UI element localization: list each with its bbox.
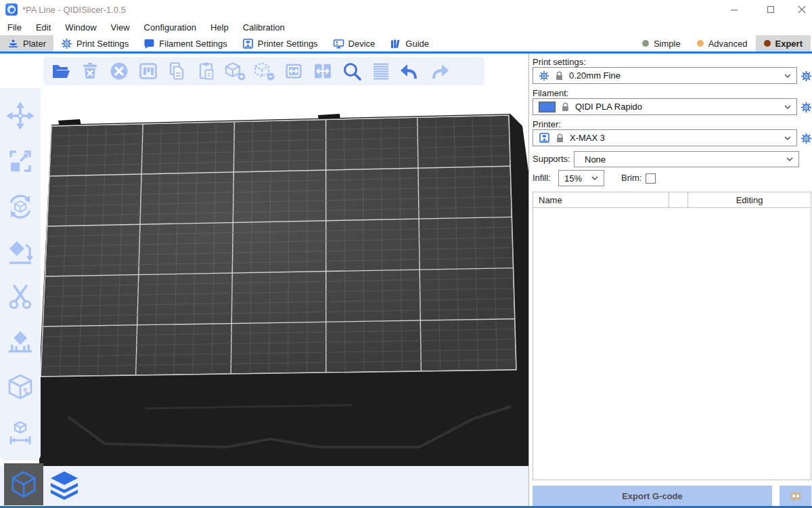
variable-layer-height-icon[interactable]	[370, 60, 392, 82]
simple-dot-icon	[642, 40, 649, 47]
cut-icon[interactable]	[5, 281, 36, 312]
tab-plater[interactable]: Plater	[0, 35, 53, 51]
paste-icon[interactable]	[196, 60, 217, 82]
lock-icon	[556, 133, 564, 143]
split-to-objects-icon[interactable]	[283, 60, 304, 82]
redo-icon[interactable]	[428, 60, 450, 82]
3d-editor-view-icon[interactable]	[4, 463, 43, 505]
mode-label: Simple	[654, 39, 681, 49]
menu-help[interactable]: Help	[208, 21, 231, 34]
settings-panel: Print settings: 0.20mm Fine	[529, 54, 812, 506]
printer-gear-button[interactable]	[800, 132, 812, 144]
window-title: *PA Line - QIDISlicer-1.0.5	[22, 5, 126, 15]
main-toolbar	[43, 57, 484, 85]
menu-window[interactable]: Window	[63, 21, 98, 34]
infill-value: 15%	[564, 173, 586, 184]
search-icon[interactable]	[341, 60, 363, 82]
paint-on-supports-icon[interactable]	[5, 326, 36, 358]
lock-icon	[555, 71, 564, 81]
printer-value: X-MAX 3	[570, 133, 779, 143]
move-icon[interactable]	[5, 100, 36, 131]
infill-select[interactable]: 15%	[558, 170, 604, 186]
column-extruder[interactable]	[669, 192, 688, 207]
print-settings-value: 0.20mm Fine	[569, 70, 779, 81]
brim-checkbox[interactable]	[646, 173, 656, 184]
export-gcode-button[interactable]: Export G-code	[533, 486, 772, 506]
printer-select[interactable]: X-MAX 3	[533, 129, 797, 146]
scale-icon[interactable]	[5, 146, 36, 177]
print-settings-gear-button[interactable]	[800, 70, 812, 82]
mode-label: Advanced	[708, 39, 748, 49]
supports-label: Supports:	[533, 151, 570, 167]
menu-edit[interactable]: Edit	[34, 21, 53, 34]
remove-instance-icon[interactable]	[254, 60, 275, 82]
mode-simple[interactable]: Simple	[634, 35, 689, 51]
tab-label: Print Settings	[76, 39, 129, 49]
measure-icon[interactable]	[5, 417, 36, 448]
filament-select[interactable]: QIDI PLA Rapido	[533, 98, 797, 115]
print-settings-select[interactable]: 0.20mm Fine	[533, 67, 797, 84]
rotate-icon[interactable]	[5, 191, 36, 222]
menu-configuration[interactable]: Configuration	[142, 21, 198, 34]
place-on-face-icon[interactable]	[5, 236, 36, 268]
column-name[interactable]: Name	[533, 192, 669, 207]
tab-guide[interactable]: Guide	[382, 35, 436, 51]
mode-advanced[interactable]: Advanced	[689, 35, 756, 51]
undo-icon[interactable]	[399, 60, 421, 82]
tab-label: Filament Settings	[159, 39, 227, 49]
chevron-down-icon	[786, 157, 793, 161]
filament-color-swatch	[539, 102, 556, 112]
plater-icon	[7, 38, 19, 49]
column-editing[interactable]: Editing	[688, 192, 811, 207]
title-bar: *PA Line - QIDISlicer-1.0.5	[0, 0, 812, 19]
tab-print-settings[interactable]: Print Settings	[53, 35, 136, 51]
filament-gear-button[interactable]	[800, 101, 812, 113]
mode-switcher: Simple Advanced Expert	[634, 35, 811, 51]
tab-label: Plater	[23, 39, 46, 49]
mode-expert[interactable]: Expert	[756, 35, 811, 51]
guide-books-icon	[390, 38, 401, 49]
viewport-scene	[0, 54, 528, 506]
minimize-button[interactable]	[719, 0, 750, 19]
gizmo-bar	[0, 88, 41, 461]
tab-label: Guide	[405, 39, 429, 49]
filament-label: Filament:	[533, 88, 568, 98]
delete-icon[interactable]	[79, 60, 101, 82]
menu-bar: File Edit Window View Configuration Help…	[0, 19, 812, 35]
tab-label: Printer Settings	[258, 39, 318, 49]
export-to-sd-button[interactable]	[780, 486, 811, 506]
supports-select[interactable]: None	[574, 151, 799, 167]
delete-all-icon[interactable]	[108, 60, 130, 82]
tab-printer-settings[interactable]: Printer Settings	[235, 35, 325, 51]
object-table: Name Editing	[533, 192, 811, 480]
expert-dot-icon	[764, 40, 771, 47]
menu-calibration[interactable]: Calibration	[241, 21, 287, 34]
menu-file[interactable]: File	[5, 21, 24, 34]
chevron-down-icon	[591, 176, 598, 180]
maximize-button[interactable]	[755, 0, 786, 19]
open-icon[interactable]	[50, 60, 72, 82]
tab-device[interactable]: Device	[325, 35, 383, 51]
copy-icon[interactable]	[166, 60, 188, 82]
print-settings-gear-icon	[61, 38, 72, 49]
printer-label: Printer:	[533, 119, 561, 129]
menu-view[interactable]: View	[109, 21, 132, 34]
print-settings-label: Print settings:	[533, 57, 586, 67]
printer-icon	[539, 132, 550, 144]
brim-label: Brim:	[621, 170, 641, 186]
add-instance-icon[interactable]	[225, 60, 246, 82]
object-table-header: Name Editing	[533, 192, 811, 208]
filament-value: QIDI PLA Rapido	[575, 102, 779, 112]
object-table-body[interactable]	[533, 208, 811, 480]
chevron-down-icon	[784, 74, 791, 78]
close-button[interactable]	[786, 0, 812, 19]
split-to-parts-icon[interactable]	[312, 60, 334, 82]
preview-icon[interactable]	[46, 467, 83, 505]
device-monitor-icon	[333, 38, 344, 49]
filament-icon	[143, 38, 155, 49]
tab-filament-settings[interactable]: Filament Settings	[136, 35, 234, 51]
view-bar	[0, 466, 528, 506]
seam-icon[interactable]	[5, 372, 36, 403]
3d-viewport[interactable]	[0, 54, 528, 506]
arrange-icon[interactable]	[137, 60, 159, 82]
